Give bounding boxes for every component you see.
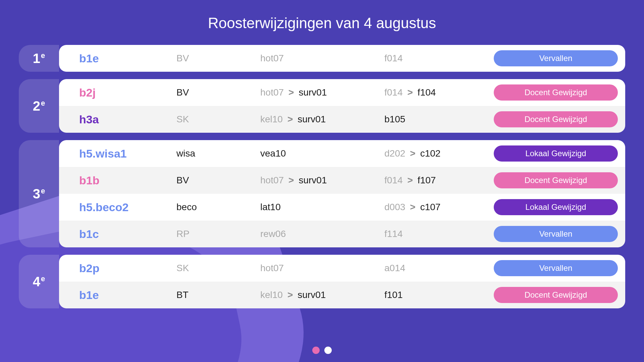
subject-cell: RP	[176, 229, 260, 239]
period-label: 2e	[19, 79, 59, 133]
schedule-row: b1eBVhot07f014Vervallen	[59, 45, 625, 72]
teacher-cell: hot07>surv01	[260, 175, 384, 186]
status-badge: Docent Gewijzigd	[494, 287, 618, 303]
status-badge: Docent Gewijzigd	[494, 84, 618, 101]
badge-cell: Vervallen	[485, 50, 618, 66]
group-cell: h5.wisa1	[79, 147, 176, 160]
status-badge: Vervallen	[494, 226, 618, 242]
group-cell: b2j	[79, 86, 176, 99]
page-title: Roosterwijzigingen van 4 augustus	[19, 15, 625, 32]
schedule-row: h5.beco2becolat10d003>c107Lokaal Gewijzi…	[59, 194, 625, 221]
subject-cell: wisa	[176, 148, 260, 159]
subject-cell: BT	[176, 290, 260, 300]
room-cell: d003>c107	[384, 202, 485, 213]
badge-cell: Docent Gewijzigd	[485, 111, 618, 127]
badge-cell: Vervallen	[485, 226, 618, 242]
rows-wrap: b2jBVhot07>surv01f014>f104Docent Gewijzi…	[59, 79, 625, 133]
badge-cell: Docent Gewijzigd	[485, 287, 618, 303]
subject-cell: BV	[176, 175, 260, 186]
pager-dot[interactable]	[324, 347, 332, 354]
group-cell: h3a	[79, 113, 176, 126]
teacher-cell: rew06	[260, 229, 384, 239]
schedule-row: b1eBTkel10>surv01f101Docent Gewijzigd	[59, 282, 625, 308]
teacher-cell: hot07	[260, 53, 384, 64]
group-cell: b2p	[79, 262, 176, 275]
group-cell: b1c	[79, 228, 176, 241]
pager-dot[interactable]	[312, 347, 320, 354]
schedule-row: b1cRPrew06f114Vervallen	[59, 221, 625, 247]
badge-cell: Docent Gewijzigd	[485, 172, 618, 188]
subject-cell: BV	[176, 53, 260, 64]
group-cell: h5.beco2	[79, 201, 176, 214]
room-cell: d202>c102	[384, 148, 485, 159]
subject-cell: SK	[176, 263, 260, 274]
schedule-row: b1bBVhot07>surv01f014>f107Docent Gewijzi…	[59, 167, 625, 194]
badge-cell: Lokaal Gewijzigd	[485, 199, 618, 215]
status-badge: Docent Gewijzigd	[494, 111, 618, 127]
period-block: 4eb2pSKhot07a014Vervallenb1eBTkel10>surv…	[19, 255, 625, 308]
periods-container: 1eb1eBVhot07f014Vervallen2eb2jBVhot07>su…	[19, 45, 625, 308]
rows-wrap: b1eBVhot07f014Vervallen	[59, 45, 625, 72]
room-cell: f101	[384, 290, 485, 300]
teacher-cell: lat10	[260, 202, 384, 213]
teacher-cell: kel10>surv01	[260, 114, 384, 125]
schedule-row: b2jBVhot07>surv01f014>f104Docent Gewijzi…	[59, 79, 625, 106]
status-badge: Vervallen	[494, 50, 618, 66]
teacher-cell: hot07>surv01	[260, 87, 384, 98]
badge-cell: Docent Gewijzigd	[485, 84, 618, 101]
subject-cell: SK	[176, 114, 260, 125]
badge-cell: Vervallen	[485, 260, 618, 276]
period-label: 4e	[19, 255, 59, 308]
teacher-cell: vea10	[260, 148, 384, 159]
subject-cell: BV	[176, 87, 260, 98]
room-cell: f114	[384, 229, 485, 239]
room-cell: f014	[384, 53, 485, 64]
group-cell: b1e	[79, 289, 176, 302]
group-cell: b1b	[79, 174, 176, 187]
badge-cell: Lokaal Gewijzigd	[485, 145, 618, 162]
period-block: 2eb2jBVhot07>surv01f014>f104Docent Gewij…	[19, 79, 625, 133]
room-cell: a014	[384, 263, 485, 274]
period-label: 1e	[19, 45, 59, 72]
period-label: 3e	[19, 140, 59, 247]
status-badge: Vervallen	[494, 260, 618, 276]
period-block: 3eh5.wisa1wisavea10d202>c102Lokaal Gewij…	[19, 140, 625, 247]
schedule-row: h5.wisa1wisavea10d202>c102Lokaal Gewijzi…	[59, 140, 625, 167]
period-block: 1eb1eBVhot07f014Vervallen	[19, 45, 625, 72]
room-cell: f014>f104	[384, 87, 485, 98]
room-cell: f014>f107	[384, 175, 485, 186]
status-badge: Lokaal Gewijzigd	[494, 145, 618, 162]
rows-wrap: b2pSKhot07a014Vervallenb1eBTkel10>surv01…	[59, 255, 625, 308]
schedule-row: h3aSKkel10>surv01b105Docent Gewijzigd	[59, 106, 625, 133]
group-cell: b1e	[79, 52, 176, 65]
status-badge: Lokaal Gewijzigd	[494, 199, 618, 215]
teacher-cell: hot07	[260, 263, 384, 274]
teacher-cell: kel10>surv01	[260, 290, 384, 300]
pager	[0, 347, 644, 354]
status-badge: Docent Gewijzigd	[494, 172, 618, 188]
subject-cell: beco	[176, 202, 260, 213]
schedule-row: b2pSKhot07a014Vervallen	[59, 255, 625, 282]
room-cell: b105	[384, 114, 485, 125]
rows-wrap: h5.wisa1wisavea10d202>c102Lokaal Gewijzi…	[59, 140, 625, 247]
